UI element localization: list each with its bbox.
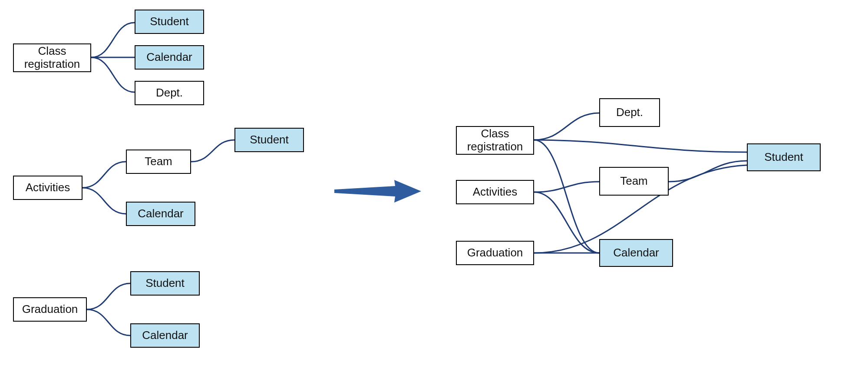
node-class-registration-left: Class registration	[13, 43, 91, 72]
node-dept-left: Dept.	[135, 81, 204, 105]
node-activities-left: Activities	[13, 176, 83, 200]
node-student-right: Student	[747, 143, 821, 171]
node-calendar-left-2: Calendar	[126, 202, 195, 226]
node-graduation-left: Graduation	[13, 297, 87, 322]
node-team-left: Team	[126, 150, 191, 174]
node-class-registration-right: Class registration	[456, 126, 534, 155]
svg-marker-0	[334, 180, 421, 203]
transform-arrow-icon	[334, 174, 421, 209]
diagram-canvas: Class registration Student Calendar Dept…	[0, 0, 868, 369]
node-calendar-right: Calendar	[599, 239, 673, 267]
node-student-left-2: Student	[234, 128, 304, 152]
node-calendar-left-1: Calendar	[135, 45, 204, 70]
node-calendar-left-3: Calendar	[130, 323, 200, 348]
node-graduation-right: Graduation	[456, 241, 534, 265]
connectors-right	[0, 0, 868, 369]
node-student-left-1: Student	[135, 10, 204, 34]
node-dept-right: Dept.	[599, 98, 660, 127]
connectors-left	[0, 0, 868, 369]
node-activities-right: Activities	[456, 180, 534, 204]
node-student-left-3: Student	[130, 271, 200, 296]
node-team-right: Team	[599, 167, 669, 196]
